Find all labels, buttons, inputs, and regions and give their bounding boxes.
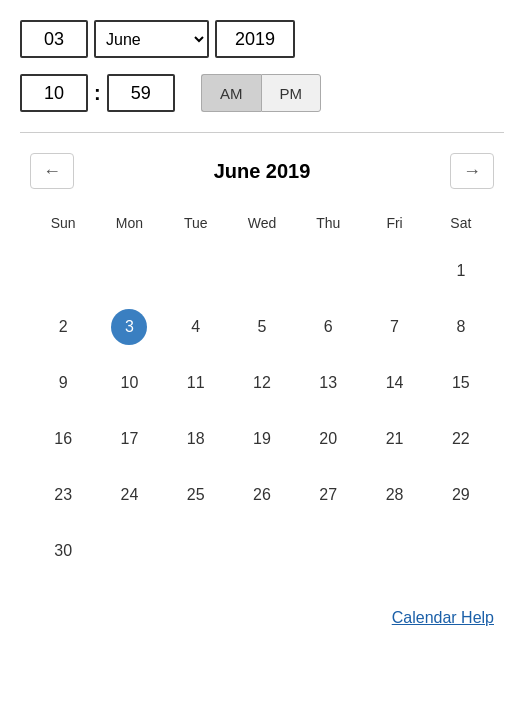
table-row: 1 xyxy=(30,243,494,299)
calendar-day xyxy=(163,523,229,579)
calendar-day[interactable]: 10 xyxy=(96,355,162,411)
calendar-table: Sun Mon Tue Wed Thu Fri Sat 123456789101… xyxy=(30,209,494,579)
minute-input[interactable] xyxy=(107,74,175,112)
header-thu: Thu xyxy=(295,209,361,243)
calendar-help-button[interactable]: Calendar Help xyxy=(392,609,494,627)
calendar-day xyxy=(96,523,162,579)
calendar-day[interactable]: 3 xyxy=(96,299,162,355)
time-colon: : xyxy=(94,82,101,105)
calendar-day[interactable]: 28 xyxy=(361,467,427,523)
calendar-day[interactable]: 13 xyxy=(295,355,361,411)
calendar-day xyxy=(295,523,361,579)
calendar-day[interactable]: 19 xyxy=(229,411,295,467)
calendar-day xyxy=(163,243,229,299)
date-row: January February March April May June Ju… xyxy=(20,20,504,58)
calendar-day[interactable]: 22 xyxy=(428,411,494,467)
header-sat: Sat xyxy=(428,209,494,243)
calendar-day[interactable]: 14 xyxy=(361,355,427,411)
header-sun: Sun xyxy=(30,209,96,243)
calendar-day xyxy=(295,243,361,299)
calendar-day[interactable]: 16 xyxy=(30,411,96,467)
calendar-day[interactable]: 8 xyxy=(428,299,494,355)
divider xyxy=(20,132,504,133)
calendar-day[interactable]: 17 xyxy=(96,411,162,467)
calendar-day[interactable]: 4 xyxy=(163,299,229,355)
calendar-day[interactable]: 1 xyxy=(428,243,494,299)
table-row: 30 xyxy=(30,523,494,579)
calendar-day xyxy=(361,243,427,299)
calendar-day xyxy=(428,523,494,579)
hour-input[interactable] xyxy=(20,74,88,112)
calendar-day[interactable]: 2 xyxy=(30,299,96,355)
calendar-day[interactable]: 24 xyxy=(96,467,162,523)
header-fri: Fri xyxy=(361,209,427,243)
next-month-button[interactable]: → xyxy=(450,153,494,189)
month-select[interactable]: January February March April May June Ju… xyxy=(94,20,209,58)
calendar-day[interactable]: 11 xyxy=(163,355,229,411)
table-row: 16171819202122 xyxy=(30,411,494,467)
calendar-header: ← June 2019 → xyxy=(30,153,494,189)
calendar-day[interactable]: 23 xyxy=(30,467,96,523)
calendar-title: June 2019 xyxy=(214,160,311,183)
year-input[interactable] xyxy=(215,20,295,58)
prev-month-button[interactable]: ← xyxy=(30,153,74,189)
calendar-day[interactable]: 18 xyxy=(163,411,229,467)
calendar-day[interactable]: 25 xyxy=(163,467,229,523)
calendar-day[interactable]: 9 xyxy=(30,355,96,411)
header-mon: Mon xyxy=(96,209,162,243)
calendar-day[interactable]: 30 xyxy=(30,523,96,579)
calendar-day[interactable]: 7 xyxy=(361,299,427,355)
calendar-day[interactable]: 6 xyxy=(295,299,361,355)
calendar-day[interactable]: 5 xyxy=(229,299,295,355)
calendar-day[interactable]: 12 xyxy=(229,355,295,411)
calendar-day xyxy=(229,243,295,299)
calendar-day xyxy=(30,243,96,299)
table-row: 23242526272829 xyxy=(30,467,494,523)
calendar-footer: Calendar Help xyxy=(30,609,494,627)
header-wed: Wed xyxy=(229,209,295,243)
day-headers-row: Sun Mon Tue Wed Thu Fri Sat xyxy=(30,209,494,243)
calendar-day[interactable]: 15 xyxy=(428,355,494,411)
calendar-day xyxy=(361,523,427,579)
calendar-day xyxy=(229,523,295,579)
calendar: ← June 2019 → Sun Mon Tue Wed Thu Fri Sa… xyxy=(20,153,504,627)
time-row: : AM PM xyxy=(20,74,504,112)
calendar-day[interactable]: 27 xyxy=(295,467,361,523)
am-button[interactable]: AM xyxy=(201,74,261,112)
calendar-day[interactable]: 21 xyxy=(361,411,427,467)
table-row: 9101112131415 xyxy=(30,355,494,411)
calendar-day[interactable]: 20 xyxy=(295,411,361,467)
table-row: 2345678 xyxy=(30,299,494,355)
calendar-day[interactable]: 26 xyxy=(229,467,295,523)
pm-button[interactable]: PM xyxy=(261,74,321,112)
calendar-day[interactable]: 29 xyxy=(428,467,494,523)
calendar-day xyxy=(96,243,162,299)
header-tue: Tue xyxy=(163,209,229,243)
day-input[interactable] xyxy=(20,20,88,58)
ampm-group: AM PM xyxy=(201,74,321,112)
